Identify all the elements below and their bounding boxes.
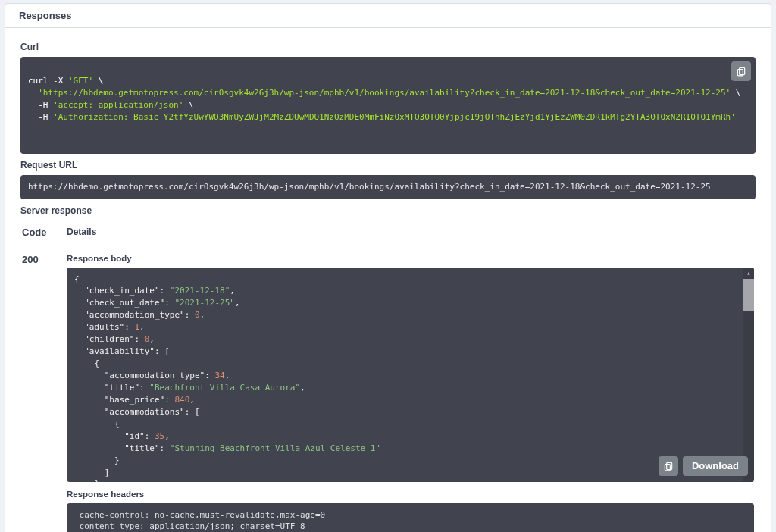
th-details: Details	[67, 227, 754, 238]
curl-block[interactable]: curl -X 'GET' \ 'https://hbdemo.getmotop…	[20, 57, 756, 154]
curl-bs1: \	[93, 76, 103, 86]
responses-title: Responses	[19, 10, 757, 21]
request-url-block[interactable]: https://hbdemo.getmotopress.com/cir0sgvk…	[20, 175, 756, 199]
curl-label: Curl	[20, 42, 756, 52]
curl-url: 'https://hbdemo.getmotopress.com/cir0sgv…	[38, 88, 731, 98]
th-code: Code	[22, 227, 67, 238]
curl-h1: -H	[28, 100, 53, 110]
responses-panel: Responses Curl curl -X 'GET' \ 'https://…	[5, 3, 771, 532]
svg-rect-0	[740, 67, 745, 74]
copy-response-button[interactable]	[659, 456, 678, 476]
server-response-label: Server response	[20, 205, 756, 216]
clipboard-icon	[663, 461, 674, 471]
request-url-value: https://hbdemo.getmotopress.com/cir0sgvk…	[28, 182, 711, 192]
server-response-row: 200 Response body { "check_in_date": "20…	[20, 246, 756, 533]
scrollbar-thumb[interactable]	[743, 279, 754, 311]
response-body-label: Response body	[67, 254, 754, 263]
scroll-up-icon[interactable]: ▴	[743, 268, 754, 278]
download-button[interactable]: Download	[683, 456, 748, 476]
curl-bs2: \	[731, 88, 740, 98]
response-code: 200	[22, 254, 67, 533]
svg-rect-2	[667, 462, 672, 469]
request-url-label: Request URL	[20, 160, 756, 171]
response-headers-block[interactable]: cache-control: no-cache,must-revalidate,…	[67, 503, 754, 533]
scrollbar-track[interactable]: ▴	[743, 268, 754, 482]
curl-accept: 'accept: application/json'	[53, 100, 183, 110]
server-response-table: Code Details 200 Response body { "check_…	[20, 222, 756, 533]
server-response-thead: Code Details	[20, 222, 756, 246]
response-body-block[interactable]: { "check_in_date": "2021-12-18", "check_…	[67, 268, 754, 482]
curl-method: 'GET'	[68, 76, 93, 86]
curl-prefix: curl -X	[28, 76, 68, 86]
curl-bs3: \	[183, 100, 193, 110]
response-body-json: { "check_in_date": "2021-12-18", "check_…	[74, 274, 455, 482]
curl-h2: -H	[28, 112, 53, 122]
response-headers-label: Response headers	[67, 490, 754, 499]
curl-auth: 'Authorization: Basic Y2tfYzUwYWQ3NmUyZW…	[53, 112, 736, 122]
responses-panel-header: Responses	[5, 4, 771, 28]
copy-curl-button[interactable]	[731, 61, 751, 81]
clipboard-icon	[736, 66, 746, 77]
